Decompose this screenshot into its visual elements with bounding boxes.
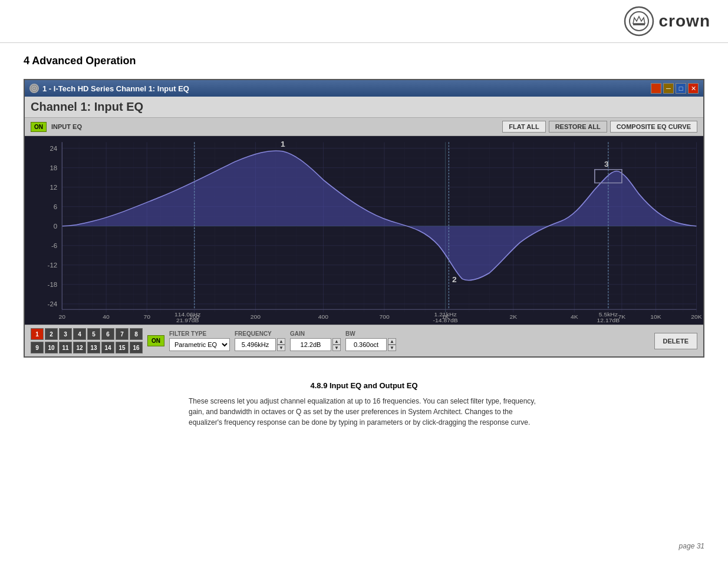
filter-buttons-row: 1 2 3 4 5 6 7 8 9 10 11 12 13 14 15	[31, 328, 143, 353]
section-title: 4.8.9 Input EQ and Output EQ	[189, 381, 539, 390]
svg-text:-12: -12	[48, 262, 58, 269]
svg-point-1	[630, 12, 648, 31]
frequency-label: FREQUENCY	[235, 330, 285, 337]
gain-down-arrow[interactable]: ▼	[332, 345, 341, 351]
filter-type-param: FILTER TYPE Parametric EQ High Pass Low …	[169, 330, 230, 351]
svg-text:1K: 1K	[442, 313, 449, 319]
bw-label: BW	[345, 330, 396, 337]
filter-btn-14[interactable]: 14	[101, 342, 114, 353]
page-title: 4 Advanced Operation	[24, 55, 704, 67]
crown-icon	[624, 6, 654, 37]
filter-btn-1[interactable]: 1	[31, 328, 44, 340]
window-btn-3[interactable]: □	[676, 83, 686, 94]
window-close-btn[interactable]: ✕	[688, 83, 699, 94]
gain-value-row: ▲ ▼	[290, 338, 341, 351]
svg-text:2: 2	[452, 275, 457, 283]
svg-text:-24: -24	[48, 301, 58, 308]
svg-point-4	[33, 87, 35, 90]
crown-logo: crown	[624, 6, 710, 37]
filter-type-value-row: Parametric EQ High Pass Low Pass High Sh…	[169, 338, 230, 351]
svg-text:10K: 10K	[650, 313, 661, 319]
svg-text:12.17dB: 12.17dB	[597, 317, 620, 323]
gain-input[interactable]	[290, 338, 331, 351]
svg-text:6: 6	[54, 203, 57, 210]
filter-btn-3[interactable]: 3	[59, 328, 72, 340]
svg-text:400: 400	[318, 313, 329, 319]
eq-toolbar: ON INPUT EQ FLAT ALL RESTORE ALL COMPOSI…	[25, 118, 703, 136]
description-body: These screens let you adjust channel equ…	[189, 396, 539, 428]
svg-text:20: 20	[59, 313, 66, 319]
filter-on-badge[interactable]: ON	[147, 335, 164, 346]
header: crown	[0, 0, 728, 42]
svg-rect-2	[633, 24, 645, 25]
filter-btn-8[interactable]: 8	[130, 328, 143, 340]
svg-text:12: 12	[50, 184, 57, 190]
bw-spin-arrows: ▲ ▼	[388, 338, 396, 351]
bw-param: BW ▲ ▼	[345, 330, 396, 351]
gain-up-arrow[interactable]: ▲	[332, 338, 341, 345]
eq-graph-svg: 1 114.06Hz 21.97dB 0.36oct 2 1.21kHz -14…	[25, 136, 703, 325]
page-number: page 31	[679, 542, 704, 550]
svg-text:1: 1	[281, 140, 285, 148]
delete-button[interactable]: DELETE	[654, 333, 697, 349]
window-icon	[29, 84, 39, 93]
brand-name: crown	[659, 12, 710, 31]
svg-text:0.36oct: 0.36oct	[598, 323, 618, 325]
svg-text:700: 700	[379, 313, 390, 319]
bw-value-row: ▲ ▼	[345, 338, 396, 351]
window-title-text: 1 - I-Tech HD Series Channel 1: Input EQ	[42, 84, 189, 93]
window-frame: 1 - I-Tech HD Series Channel 1: Input EQ…	[24, 79, 704, 358]
svg-text:18: 18	[50, 164, 57, 171]
frequency-input[interactable]	[235, 338, 276, 351]
filter-type-select[interactable]: Parametric EQ High Pass Low Pass High Sh…	[169, 338, 230, 351]
gain-spin-arrows: ▲ ▼	[332, 338, 341, 351]
eq-toolbar-right: FLAT ALL RESTORE ALL COMPOSITE EQ CURVE	[502, 121, 697, 133]
gain-label: GAIN	[290, 330, 341, 337]
svg-text:4K: 4K	[571, 313, 578, 319]
filter-btn-12[interactable]: 12	[73, 342, 86, 353]
window-btn-2[interactable]: ─	[663, 83, 674, 94]
eq-toolbar-left: ON INPUT EQ	[31, 122, 82, 132]
header-line: crown	[0, 0, 728, 43]
frequency-down-arrow[interactable]: ▼	[277, 345, 285, 351]
window-btn-1[interactable]	[651, 83, 661, 94]
bw-up-arrow[interactable]: ▲	[388, 338, 396, 345]
filter-btn-9[interactable]: 9	[31, 342, 44, 353]
filter-btn-6[interactable]: 6	[101, 328, 114, 340]
flat-all-button[interactable]: FLAT ALL	[502, 121, 545, 133]
window-title-left: 1 - I-Tech HD Series Channel 1: Input EQ	[29, 84, 189, 93]
frequency-param: FREQUENCY ▲ ▼	[235, 330, 285, 351]
svg-text:0.36oct: 0.36oct	[177, 323, 197, 325]
svg-text:100: 100	[189, 313, 200, 319]
filter-btn-2[interactable]: 2	[45, 328, 58, 340]
svg-text:-18: -18	[48, 282, 58, 288]
svg-text:2K: 2K	[509, 313, 517, 319]
restore-all-button[interactable]: RESTORE ALL	[549, 121, 607, 133]
frequency-spin-arrows: ▲ ▼	[277, 338, 285, 351]
filter-btn-11[interactable]: 11	[59, 342, 72, 353]
filter-btn-4[interactable]: 4	[73, 328, 86, 340]
svg-text:7K: 7K	[618, 313, 626, 319]
filter-row: 1 2 3 4 5 6 7 8 9 10 11 12 13 14 15	[25, 325, 703, 356]
filter-btn-15[interactable]: 15	[116, 342, 129, 353]
filter-btn-10[interactable]: 10	[45, 342, 58, 353]
window-controls[interactable]: ─ □ ✕	[651, 83, 699, 94]
filter-type-label: FILTER TYPE	[169, 330, 230, 337]
filter-btn-16[interactable]: 16	[130, 342, 143, 353]
filter-btn-7[interactable]: 7	[116, 328, 129, 340]
description-section: 4.8.9 Input EQ and Output EQ These scree…	[24, 375, 704, 439]
on-badge[interactable]: ON	[31, 122, 47, 132]
frequency-value-row: ▲ ▼	[235, 338, 285, 351]
bw-input[interactable]	[345, 338, 387, 351]
bw-down-arrow[interactable]: ▼	[388, 345, 396, 351]
main-content: 1 - I-Tech HD Series Channel 1: Input EQ…	[0, 79, 728, 451]
filter-btn-13[interactable]: 13	[87, 342, 100, 353]
eq-graph-area[interactable]: 1 114.06Hz 21.97dB 0.36oct 2 1.21kHz -14…	[25, 136, 703, 325]
page-title-section: 4 Advanced Operation	[0, 43, 728, 79]
composite-eq-curve-button[interactable]: COMPOSITE EQ CURVE	[610, 121, 697, 133]
svg-text:200: 200	[251, 313, 261, 319]
svg-text:20K: 20K	[691, 313, 702, 319]
svg-text:-6: -6	[51, 242, 57, 249]
filter-btn-5[interactable]: 5	[87, 328, 100, 340]
frequency-up-arrow[interactable]: ▲	[277, 338, 285, 345]
